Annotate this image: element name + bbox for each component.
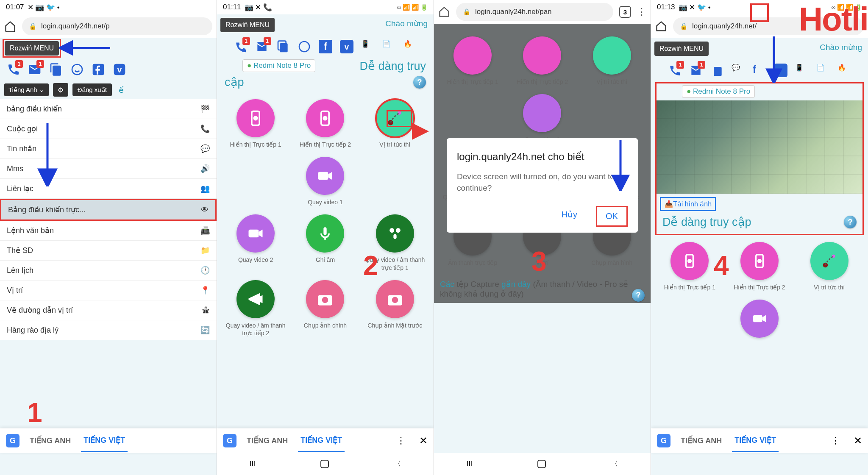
- facebook-icon[interactable]: f: [319, 40, 332, 53]
- control-row: Tiếng Anh ⌄ ⚙ Đăng xuất ế: [0, 81, 217, 99]
- svg-point-32: [757, 259, 762, 263]
- sim-icon[interactable]: 📱: [795, 64, 809, 77]
- app-photo-main[interactable]: Chụp ảnh chính: [292, 280, 358, 337]
- app-live2[interactable]: Hiển thị Trực tiếp 2: [292, 99, 358, 148]
- google-translate-icon[interactable]: G: [223, 434, 236, 447]
- app-record-audio[interactable]: Ghi âm: [292, 214, 358, 271]
- lang-vi-tab[interactable]: TIẾNG VIỆT: [732, 430, 779, 452]
- app-instant-location[interactable]: Vị trí tức thì: [796, 242, 862, 291]
- home-button[interactable]: [320, 460, 329, 468]
- menu-live-control[interactable]: Bảng điều khiển trực...👁: [0, 199, 217, 221]
- close-icon[interactable]: ✕: [854, 435, 862, 447]
- google-translate-icon[interactable]: G: [6, 434, 19, 447]
- language-select[interactable]: Tiếng Anh ⌄: [4, 83, 49, 96]
- app-live1[interactable]: Hiển thị Trực tiếp 1: [223, 99, 288, 148]
- facebook-icon[interactable]: [92, 63, 105, 76]
- app-live2[interactable]: Hiển thị Trực tiếp 2: [727, 242, 793, 291]
- more-menu-button[interactable]: ⋮: [637, 6, 646, 17]
- close-icon[interactable]: ✕: [419, 435, 428, 447]
- expand-menu-button[interactable]: Rozwiń MENU: [220, 18, 275, 32]
- app-av-live2[interactable]: Quay video / âm thanh trực tiếp 2: [223, 280, 288, 337]
- arrow-annotation: [59, 37, 110, 58]
- lang-en-tab[interactable]: TIẾNG ANH: [244, 430, 290, 451]
- app-video1[interactable]: Quay video 1: [292, 157, 358, 206]
- arrow-annotation: [761, 36, 787, 83]
- logout-button[interactable]: Đăng xuất: [72, 83, 112, 96]
- expand-menu-button[interactable]: Rozwiń MENU: [5, 41, 59, 56]
- panel-1: 01:07✕ 📷 🐦 • 🔒login.quanly24h.net/p Rozw…: [0, 0, 217, 475]
- phone-icon[interactable]: 1: [234, 40, 248, 53]
- svg-text:v: v: [117, 65, 122, 74]
- copy-icon[interactable]: [276, 40, 290, 53]
- settings-button[interactable]: ⚙: [53, 83, 68, 97]
- doc-icon[interactable]: 📄: [816, 64, 830, 77]
- copy-icon[interactable]: [710, 64, 724, 77]
- expand-menu-button[interactable]: Rozwiń MENU: [654, 42, 709, 56]
- svg-rect-27: [714, 67, 722, 76]
- sim-icon[interactable]: 📱: [361, 40, 375, 53]
- menu-geofence[interactable]: Hàng rào địa lý🔄: [0, 320, 217, 340]
- whatsapp-icon[interactable]: [70, 63, 84, 76]
- translate-bar: G TIẾNG ANH TIẾNG VIỆT: [0, 428, 217, 453]
- help-icon[interactable]: ?: [844, 216, 857, 228]
- home-icon[interactable]: [438, 6, 450, 18]
- device-tag[interactable]: ● Redmi Note 8 Pro: [242, 59, 315, 72]
- ok-button[interactable]: OK: [596, 206, 628, 227]
- app-live1[interactable]: Hiển thị Trực tiếp 1: [657, 242, 723, 291]
- svg-point-14: [323, 116, 328, 121]
- home-button[interactable]: [537, 460, 546, 468]
- menu-location[interactable]: Vị trí📍: [0, 281, 217, 300]
- whatsapp-icon[interactable]: 💬: [732, 64, 745, 77]
- app-photo-front[interactable]: Chụp ảnh Mặt trước: [362, 280, 428, 337]
- svg-rect-22: [393, 234, 396, 239]
- menu-path[interactable]: Vẽ đường dẫn vị trí🛣: [0, 300, 217, 320]
- help-icon[interactable]: ?: [632, 289, 645, 302]
- phone-icon[interactable]: 1: [668, 64, 682, 77]
- doc-icon[interactable]: 📄: [382, 40, 396, 53]
- app-video2[interactable]: Quay video 2: [223, 214, 288, 271]
- vimeo-icon[interactable]: v: [340, 40, 353, 53]
- menu-calls[interactable]: Cuộc gọi📞: [0, 119, 217, 139]
- recent-apps-button[interactable]: III: [467, 460, 472, 468]
- url-input[interactable]: 🔒login.quanly24h.net/p: [22, 17, 212, 35]
- flame-icon[interactable]: 🔥: [403, 40, 417, 53]
- back-button[interactable]: 〈: [611, 460, 618, 469]
- app-video1[interactable]: [727, 300, 793, 341]
- mail-icon[interactable]: 1: [255, 40, 269, 53]
- mail-icon[interactable]: 1: [689, 64, 703, 77]
- back-button[interactable]: 〈: [394, 460, 401, 469]
- svg-rect-35: [753, 315, 762, 322]
- menu-messages[interactable]: Tin nhắn💬: [0, 139, 217, 159]
- tabs-button[interactable]: 3: [619, 6, 631, 18]
- mail-icon[interactable]: 1: [28, 63, 42, 76]
- download-image-button[interactable]: 📥Tải hình ảnh: [660, 197, 716, 211]
- home-icon[interactable]: [4, 20, 16, 32]
- lang-vi-tab[interactable]: TIẾNG VIỆT: [298, 430, 345, 452]
- device-tag[interactable]: ● Redmi Note 8 Pro: [682, 85, 755, 98]
- google-translate-icon[interactable]: G: [657, 434, 670, 447]
- menu-contacts[interactable]: Liên lạc👥: [0, 179, 217, 199]
- app-grid: Hiển thị Trực tiếp 1 Hiển thị Trực tiếp …: [651, 236, 868, 350]
- cancel-button[interactable]: Hủy: [556, 206, 583, 227]
- menu-dashboard[interactable]: bảng điều khiển🏁: [0, 99, 217, 119]
- more-icon[interactable]: ⋮: [831, 435, 840, 446]
- vimeo-icon[interactable]: v: [113, 63, 126, 76]
- svg-point-20: [389, 228, 394, 233]
- home-icon[interactable]: [655, 20, 667, 32]
- menu-schedule[interactable]: Lên lịch🕐: [0, 261, 217, 281]
- menu-sdcard[interactable]: Thẻ SD📁: [0, 241, 217, 261]
- copy-icon[interactable]: [49, 63, 63, 76]
- lang-en-tab[interactable]: TIẾNG ANH: [27, 430, 73, 451]
- flame-icon[interactable]: 🔥: [837, 64, 851, 77]
- help-icon[interactable]: ?: [413, 76, 426, 89]
- step-number: 2: [363, 250, 378, 281]
- menu-text-cmd[interactable]: Lệnh văn bản📠: [0, 221, 217, 241]
- whatsapp-icon[interactable]: [298, 40, 311, 53]
- url-input[interactable]: 🔒login.quanly24h.net/pan: [456, 3, 613, 21]
- phone-icon[interactable]: 1: [7, 63, 20, 76]
- lang-en-tab[interactable]: TIẾNG ANH: [678, 430, 724, 451]
- more-icon[interactable]: ⋮: [396, 435, 406, 446]
- lang-vi-tab[interactable]: TIẾNG VIỆT: [81, 430, 128, 452]
- menu-mms[interactable]: Mms🔊: [0, 159, 217, 179]
- recent-apps-button[interactable]: III: [250, 460, 255, 468]
